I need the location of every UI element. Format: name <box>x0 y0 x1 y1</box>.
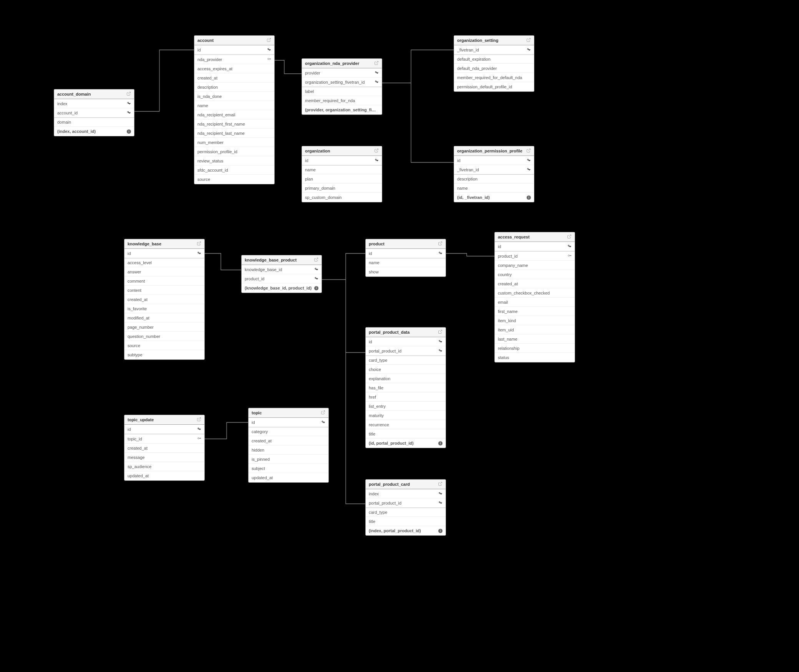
field-row[interactable]: id <box>454 156 534 165</box>
field-row[interactable]: card_type <box>366 356 446 365</box>
field-row[interactable]: content <box>124 286 204 295</box>
entity-portal_product_data[interactable]: portal_product_dataidportal_product_idca… <box>365 327 446 448</box>
field-row[interactable]: updated_at <box>124 471 204 480</box>
field-row[interactable]: status <box>495 353 575 362</box>
field-row[interactable]: name <box>302 165 382 174</box>
field-row[interactable]: created_at <box>495 279 575 288</box>
field-row[interactable]: is_favorite <box>124 304 204 313</box>
entity-header[interactable]: account_domain <box>54 89 134 99</box>
field-row[interactable]: subject <box>249 464 328 473</box>
field-row[interactable]: choice <box>366 365 446 374</box>
field-row[interactable]: created_at <box>124 444 204 453</box>
field-row[interactable]: nda_recipient_last_name <box>194 129 274 138</box>
field-row[interactable]: sp_custom_domain <box>302 193 382 202</box>
entity-organization[interactable]: organizationidnameplanprimary_domainsp_c… <box>302 146 382 202</box>
field-row[interactable]: id <box>124 425 204 434</box>
entity-product[interactable]: productidnameshow <box>365 239 446 277</box>
field-row[interactable]: first_name <box>495 307 575 316</box>
field-row[interactable]: last_name <box>495 334 575 344</box>
popout-icon[interactable] <box>197 417 201 422</box>
entity-organization_nda_provider[interactable]: organization_nda_providerproviderorganiz… <box>302 58 382 115</box>
field-row[interactable]: company_name <box>495 261 575 270</box>
field-row[interactable]: access_level <box>124 258 204 267</box>
field-row[interactable]: created_at <box>124 295 204 304</box>
field-row[interactable]: show <box>366 267 446 276</box>
composite-key-row[interactable]: (id, _fivetran_id)i <box>454 193 534 202</box>
field-row[interactable]: account_id <box>54 108 134 118</box>
field-row[interactable]: item_uid <box>495 325 575 334</box>
entity-knowledge_base[interactable]: knowledge_baseidaccess_levelanswercommen… <box>124 239 205 360</box>
popout-icon[interactable] <box>567 234 572 240</box>
field-row[interactable]: organization_setting_fivetran_id <box>302 78 382 87</box>
entity-topic[interactable]: topicidcategorycreated_athiddenis_pinned… <box>248 408 329 483</box>
field-row[interactable]: index <box>54 99 134 108</box>
composite-key-row[interactable]: (provider, organization_setting_fivetran… <box>302 105 382 114</box>
field-row[interactable]: name <box>194 101 274 110</box>
field-row[interactable]: card_type <box>366 508 446 517</box>
entity-header[interactable]: knowledge_base <box>124 239 204 249</box>
popout-icon[interactable] <box>374 61 379 66</box>
field-row[interactable]: custom_checkbox_checked <box>495 288 575 298</box>
field-row[interactable]: index <box>366 489 446 498</box>
entity-organization_permission_profile[interactable]: organization_permission_profileid_fivetr… <box>454 146 534 202</box>
entity-topic_update[interactable]: topic_updateidtopic_idcreated_atmessages… <box>124 415 205 481</box>
composite-key-row[interactable]: (id, portal_product_id)i <box>366 439 446 448</box>
field-row[interactable]: hidden <box>249 445 328 455</box>
field-row[interactable]: created_at <box>194 73 274 83</box>
field-row[interactable]: message <box>124 453 204 462</box>
field-row[interactable]: default_expiration <box>454 55 534 64</box>
entity-header[interactable]: organization_setting <box>454 36 534 45</box>
composite-key-row[interactable]: (index, account_id)i <box>54 127 134 136</box>
field-row[interactable]: id <box>366 249 446 258</box>
field-row[interactable]: default_nda_provider <box>454 64 534 73</box>
popout-icon[interactable] <box>526 148 531 154</box>
field-row[interactable]: description <box>194 83 274 92</box>
popout-icon[interactable] <box>314 257 318 263</box>
field-row[interactable]: comment <box>124 276 204 286</box>
entity-header[interactable]: organization <box>302 146 382 156</box>
entity-header[interactable]: product <box>366 239 446 249</box>
field-row[interactable]: item_kind <box>495 316 575 325</box>
field-row[interactable]: modified_at <box>124 313 204 323</box>
field-row[interactable]: email <box>495 298 575 307</box>
entity-header[interactable]: topic_update <box>124 415 204 425</box>
field-row[interactable]: category <box>249 427 328 436</box>
popout-icon[interactable] <box>438 329 443 335</box>
popout-icon[interactable] <box>197 241 201 247</box>
popout-icon[interactable] <box>438 241 443 247</box>
field-row[interactable]: review_status <box>194 156 274 166</box>
field-row[interactable]: plan <box>302 174 382 184</box>
popout-icon[interactable] <box>526 38 531 43</box>
field-row[interactable]: is_pinned <box>249 455 328 464</box>
field-row[interactable]: id <box>302 156 382 165</box>
field-row[interactable]: num_member <box>194 138 274 147</box>
field-row[interactable]: id <box>366 337 446 346</box>
field-row[interactable]: id <box>194 45 274 55</box>
entity-organization_setting[interactable]: organization_setting_fivetran_iddefault_… <box>454 35 534 92</box>
field-row[interactable]: product_id <box>242 274 322 283</box>
entity-header[interactable]: organization_nda_provider <box>302 59 382 68</box>
field-row[interactable]: maturity <box>366 411 446 420</box>
field-row[interactable]: id <box>124 249 204 258</box>
field-row[interactable]: description <box>454 174 534 184</box>
entity-header[interactable]: topic <box>249 408 328 418</box>
field-row[interactable]: title <box>366 429 446 439</box>
entity-access_request[interactable]: access_requestidproduct_idcompany_nameco… <box>494 232 575 362</box>
entity-header[interactable]: portal_product_card <box>366 480 446 489</box>
field-row[interactable]: member_required_for_nda <box>302 96 382 105</box>
field-row[interactable]: _fivetran_id <box>454 45 534 55</box>
field-row[interactable]: nda_recipient_email <box>194 110 274 119</box>
popout-icon[interactable] <box>321 410 325 415</box>
field-row[interactable]: source <box>124 341 204 350</box>
entity-header[interactable]: access_request <box>495 232 575 242</box>
field-row[interactable]: name <box>454 184 534 193</box>
field-row[interactable]: recurrence <box>366 420 446 429</box>
entity-account[interactable]: accountidnda_provideraccess_expires_atcr… <box>194 35 275 184</box>
field-row[interactable]: relationship <box>495 344 575 353</box>
field-row[interactable]: portal_product_id <box>366 346 446 356</box>
field-row[interactable]: updated_at <box>249 473 328 482</box>
popout-icon[interactable] <box>126 91 131 97</box>
field-row[interactable]: created_at <box>249 436 328 445</box>
field-row[interactable]: nda_provider <box>194 55 274 64</box>
popout-icon[interactable] <box>438 482 443 487</box>
